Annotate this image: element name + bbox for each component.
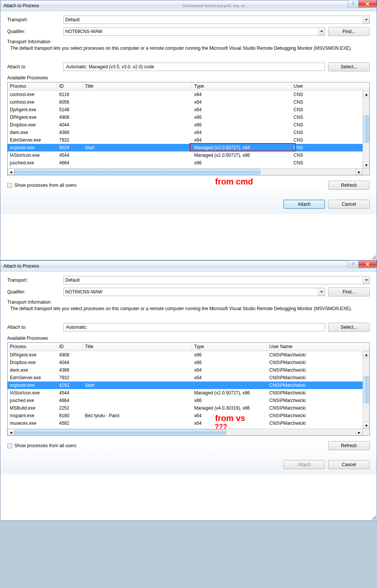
col-user[interactable]: User: [291, 82, 309, 90]
transport-info-text: The default transport lets you select pr…: [7, 45, 370, 52]
table-row[interactable]: conhost.exe8116x64CNS: [8, 91, 369, 98]
show-all-users-checkbox[interactable]: [7, 443, 12, 448]
table-row[interactable]: explorer.exe4292StartCNS\PMarchwicki: [8, 381, 369, 389]
table-row[interactable]: dwm.exe4388x64CNS: [8, 129, 369, 136]
process-list[interactable]: Process ID Title Type User conhost.exe81…: [7, 82, 370, 175]
cell-process: MSBuild.exe: [8, 405, 57, 411]
table-row[interactable]: DPAgent.exe4908x86CNS\PMarchwicki: [8, 351, 369, 359]
scroll-up-icon[interactable]: ▴: [363, 351, 369, 358]
resize-grip[interactable]: [371, 255, 376, 259]
col-title[interactable]: Title: [83, 82, 192, 90]
col-id[interactable]: ID: [57, 82, 83, 90]
table-row[interactable]: mspaint.exe8180Bez tytułu - Paintx64CNS\…: [8, 412, 369, 419]
process-list-header[interactable]: Process ID Title Type User Name: [8, 343, 369, 351]
transport-combo[interactable]: Default: [63, 16, 370, 24]
process-list[interactable]: Process ID Title Type User Name DPAgent.…: [7, 342, 370, 436]
scroll-left-icon[interactable]: ◂: [8, 169, 14, 175]
scroll-up-icon[interactable]: ▴: [363, 91, 369, 97]
scroll-right-icon[interactable]: ▸: [356, 429, 363, 435]
select-button[interactable]: Select...: [328, 62, 370, 71]
col-title[interactable]: Title: [83, 343, 192, 351]
find-button[interactable]: Find...: [328, 287, 370, 296]
table-row[interactable]: jusched.exe4664x86CNS\PMarchwicki: [8, 397, 369, 404]
col-process[interactable]: Process: [8, 82, 57, 90]
qualifier-label: Qualifier:: [7, 289, 60, 295]
refresh-button[interactable]: Refresh: [328, 181, 370, 190]
cell-process: conhost.exe: [8, 99, 57, 105]
cell-id: 4292: [57, 382, 83, 388]
scroll-down-icon[interactable]: ▾: [363, 162, 369, 168]
horizontal-scrollbar[interactable]: ◂ ▸: [8, 429, 363, 435]
cell-user: CNS\PMarchwicki: [267, 405, 309, 411]
table-row[interactable]: jusched.exe4664x86CNS: [8, 159, 369, 167]
qualifier-combo[interactable]: NOT69CNS-WAW: [63, 27, 325, 36]
qualifier-label: Qualifier:: [7, 29, 60, 34]
close-button[interactable]: [358, 0, 377, 8]
horizontal-scrollbar[interactable]: ◂ ▸: [8, 168, 363, 175]
select-button[interactable]: Select...: [328, 323, 370, 332]
cancel-button[interactable]: Cancel: [328, 200, 370, 209]
table-row[interactable]: conhost.exe8056x64CNS: [8, 98, 369, 106]
chevron-down-icon[interactable]: [318, 288, 325, 296]
process-list-body[interactable]: conhost.exe8116x64CNSconhost.exe8056x64C…: [8, 91, 369, 169]
scroll-right-icon[interactable]: ▸: [356, 169, 363, 175]
cell-process: EdmServer.exe: [8, 137, 57, 143]
qualifier-value: NOT69CNS-WAW: [65, 29, 102, 34]
cell-title: [83, 370, 192, 370]
table-row[interactable]: DPAgent.exe4908x86CNS: [8, 114, 369, 121]
process-list-body[interactable]: DPAgent.exe4908x86CNS\PMarchwickiDropbox…: [8, 351, 369, 429]
col-user[interactable]: User Name: [267, 343, 309, 351]
table-row[interactable]: IAStorIcon.exe4544Managed (v2.0.50727), …: [8, 389, 369, 397]
cell-type: Managed (v2.0.50727), x86: [192, 390, 267, 396]
cancel-button[interactable]: Cancel: [328, 460, 370, 469]
show-all-users-checkbox[interactable]: [7, 183, 12, 188]
attach-button[interactable]: Attach: [283, 460, 325, 469]
transport-value: Default: [65, 277, 80, 283]
cell-title: [83, 355, 192, 355]
table-row[interactable]: EdmServer.exe7932x64CNS: [8, 136, 369, 144]
cell-process: msseces.exe: [8, 420, 57, 426]
cell-type: Managed (v2.0.50727), x86: [192, 152, 291, 158]
titlebar[interactable]: Attach to Process OnCreated/ bdmiCmd.prt…: [0, 0, 377, 11]
col-process[interactable]: Process: [8, 343, 57, 351]
cell-id: 8056: [57, 99, 83, 105]
table-row[interactable]: EdmServer.exe7932x64CNS\PMarchwicki: [8, 374, 369, 381]
close-button[interactable]: [358, 260, 377, 268]
cell-type: x86: [192, 114, 291, 120]
chevron-down-icon[interactable]: [363, 276, 369, 284]
col-type[interactable]: Type: [192, 82, 291, 90]
cell-user: CNS: [291, 137, 309, 143]
cell-type: x64: [192, 413, 267, 419]
refresh-button[interactable]: Refresh: [328, 441, 370, 450]
table-row[interactable]: msseces.exe4592x64CNS\PMarchwicki: [8, 419, 369, 427]
attach-button[interactable]: Attach: [283, 200, 325, 209]
scroll-corner: [363, 429, 369, 435]
cell-user: CNS\PMarchwicki: [267, 397, 309, 404]
find-button[interactable]: Find...: [328, 27, 370, 36]
scroll-left-icon[interactable]: ◂: [8, 429, 14, 435]
table-row[interactable]: dwm.exe4388x64CNS\PMarchwicki: [8, 366, 369, 374]
table-row[interactable]: explorer.exe5024StartManaged (v2.0.50727…: [8, 144, 369, 151]
table-row[interactable]: DpAgent.exe5148x64CNS: [8, 106, 369, 114]
table-row[interactable]: IAStorIcon.exe4544Managed (v2.0.50727), …: [8, 151, 369, 159]
cell-process: DPAgent.exe: [8, 114, 57, 120]
qualifier-combo[interactable]: NOT69CNS-WAW: [63, 288, 325, 296]
cell-user: CNS\PMarchwicki: [267, 420, 309, 426]
vertical-scrollbar[interactable]: ▴ ▾: [363, 351, 369, 429]
col-id[interactable]: ID: [57, 343, 83, 351]
chevron-down-icon[interactable]: [363, 16, 369, 24]
resize-grip[interactable]: [371, 515, 376, 520]
titlebar[interactable]: Attach to Process ?: [0, 261, 377, 271]
table-row[interactable]: Dropbox.exe4044x86CNS\PMarchwicki: [8, 359, 369, 366]
vertical-scrollbar[interactable]: ▴ ▾: [363, 91, 369, 168]
chevron-down-icon[interactable]: [318, 28, 325, 35]
table-row[interactable]: MSBuild.exe2252Managed (v4.0.30319), x86…: [8, 404, 369, 412]
help-button[interactable]: ?: [347, 0, 359, 8]
col-type[interactable]: Type: [192, 343, 267, 351]
help-button[interactable]: ?: [347, 260, 359, 268]
transport-combo[interactable]: Default: [63, 276, 370, 284]
scroll-down-icon[interactable]: ▾: [363, 422, 369, 429]
cell-title: [83, 109, 192, 110]
process-list-header[interactable]: Process ID Title Type User: [8, 82, 369, 91]
table-row[interactable]: Dropbox.exe4044x86CNS: [8, 121, 369, 129]
